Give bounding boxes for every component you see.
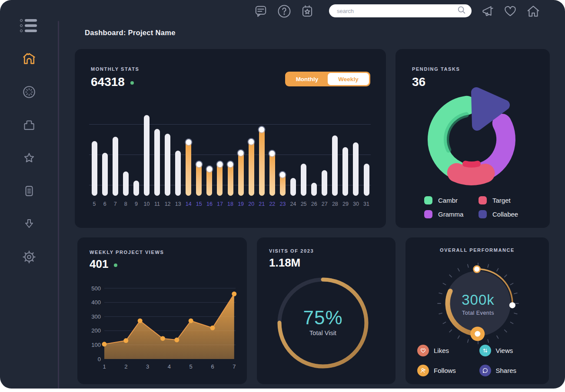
sidebar-item-home[interactable] bbox=[20, 51, 38, 69]
bar bbox=[196, 164, 202, 196]
bar bbox=[301, 164, 306, 196]
card-label: PENDING TASKS bbox=[412, 66, 460, 72]
bar bbox=[186, 142, 191, 196]
bar bbox=[259, 129, 265, 196]
status-dot bbox=[130, 81, 134, 85]
visits-center-text: 75% Total Visit bbox=[273, 307, 373, 336]
bar-x-label: 8 bbox=[124, 199, 127, 209]
heart-icon[interactable] bbox=[502, 3, 518, 20]
legend-item: Collabee bbox=[479, 210, 533, 218]
gauge-tick bbox=[510, 322, 513, 324]
bar-x-label: 31 bbox=[363, 199, 369, 209]
bar-column: 11 bbox=[152, 112, 162, 209]
legend-item-views: Views bbox=[479, 345, 542, 356]
donut-accent-1 bbox=[465, 164, 478, 165]
bar-x-label: 25 bbox=[301, 199, 307, 209]
bar bbox=[238, 152, 244, 196]
bar-column: 10 bbox=[141, 112, 152, 209]
bar-x-label: 16 bbox=[206, 199, 213, 209]
bar-x-label: 22 bbox=[269, 199, 275, 209]
bar-column: 12 bbox=[163, 112, 173, 209]
toggle-monthly-button[interactable]: Monthly bbox=[286, 73, 328, 85]
pending-tasks-card: PENDING TASKS 36 Cambr Target Gramma Col… bbox=[396, 49, 550, 228]
donut-legend: Cambr Target Gramma Collabee bbox=[424, 196, 533, 218]
bar bbox=[228, 164, 233, 196]
messages-icon[interactable] bbox=[253, 3, 269, 20]
data-point bbox=[123, 338, 128, 343]
sidebar-item-settings[interactable] bbox=[20, 249, 38, 267]
bar-column: 17 bbox=[215, 112, 225, 209]
gauge-sub-label: Total Events bbox=[432, 310, 524, 316]
visits-value: 1.18M bbox=[269, 256, 300, 270]
data-point bbox=[174, 337, 179, 342]
bar-x-label: 12 bbox=[165, 199, 171, 209]
toggle-weekly-button[interactable]: Weekly bbox=[328, 73, 369, 85]
bar-column: 14 bbox=[183, 112, 194, 209]
bar-column: 16 bbox=[204, 112, 215, 209]
legend-swatch-gramma bbox=[424, 210, 432, 218]
announcements-icon[interactable] bbox=[480, 3, 496, 20]
sidebar-item-timer[interactable] bbox=[20, 84, 38, 102]
gauge-tick bbox=[443, 322, 445, 324]
weekly-views-value: 401 bbox=[90, 257, 117, 271]
bar-dot bbox=[269, 151, 275, 156]
bar-column: 19 bbox=[236, 112, 246, 209]
legend-swatch-cambr bbox=[424, 196, 432, 204]
follows-user-plus-icon bbox=[417, 365, 429, 376]
legend-item: Gramma bbox=[424, 210, 479, 218]
bar bbox=[280, 174, 286, 196]
timer-icon bbox=[22, 85, 37, 101]
bar bbox=[364, 164, 369, 196]
gauge-tick bbox=[488, 264, 489, 267]
calendar-event-icon[interactable] bbox=[299, 3, 316, 20]
bar-column: 31 bbox=[361, 112, 372, 209]
home-icon bbox=[21, 51, 37, 69]
monthly-bar-chart: 5678910111213141516171819202122232425262… bbox=[89, 112, 372, 209]
bar bbox=[206, 168, 212, 196]
x-tick-label: 2 bbox=[124, 363, 127, 370]
bar-x-label: 18 bbox=[227, 199, 233, 209]
bar-column: 15 bbox=[194, 112, 204, 209]
dashboard-app: Dashboard: Project Name MONTHLY STATS 64… bbox=[0, 0, 565, 389]
bar-column: 30 bbox=[351, 112, 361, 209]
bar-x-label: 30 bbox=[353, 199, 359, 209]
sidebar-item-favorites[interactable] bbox=[20, 150, 38, 168]
sidebar-item-projects[interactable] bbox=[20, 117, 38, 135]
legend-item-follows: Follows bbox=[417, 365, 479, 376]
screenshot-stage: Dashboard: Project Name MONTHLY STATS 64… bbox=[0, 0, 565, 392]
period-toggle: Monthly Weekly bbox=[285, 72, 370, 86]
gauge-center-text: 300k Total Events bbox=[432, 292, 524, 316]
monthly-stats-value: 64318 bbox=[91, 75, 134, 89]
bar-x-label: 24 bbox=[290, 199, 296, 209]
menu-toggle-icon[interactable] bbox=[20, 19, 39, 35]
shares-chat-icon bbox=[479, 365, 491, 376]
status-dot bbox=[114, 264, 117, 267]
page-title: Dashboard: Project Name bbox=[85, 29, 176, 37]
bar bbox=[102, 153, 108, 196]
search-input[interactable] bbox=[337, 8, 457, 14]
bar-column: 25 bbox=[299, 112, 309, 209]
visits-percent: 75% bbox=[273, 307, 373, 329]
weekly-views-card: WEEKLY PROJECT VIEWS 401 010020030040050… bbox=[77, 237, 247, 384]
x-tick-label: 4 bbox=[168, 363, 171, 370]
gauge-tick bbox=[497, 268, 499, 271]
bar-x-label: 21 bbox=[259, 199, 265, 209]
search-icon[interactable] bbox=[457, 5, 466, 16]
bar-x-label: 26 bbox=[311, 199, 317, 209]
bar-dot bbox=[196, 161, 202, 167]
legend-item: Target bbox=[479, 196, 533, 204]
home-topbar-icon[interactable] bbox=[525, 3, 542, 20]
menu-row bbox=[20, 30, 39, 32]
help-icon[interactable] bbox=[276, 3, 292, 20]
data-point bbox=[102, 342, 107, 346]
gauge-tick bbox=[458, 336, 460, 338]
bar-column: 9 bbox=[131, 112, 141, 209]
bar-column: 23 bbox=[277, 112, 288, 209]
legend-item-shares: Shares bbox=[479, 365, 542, 376]
sidebar-item-documents[interactable] bbox=[20, 183, 38, 201]
bar bbox=[165, 134, 170, 196]
bar bbox=[332, 135, 338, 196]
bar-column: 7 bbox=[110, 112, 120, 209]
bar bbox=[290, 178, 296, 196]
sidebar-item-downloads[interactable] bbox=[20, 216, 38, 234]
